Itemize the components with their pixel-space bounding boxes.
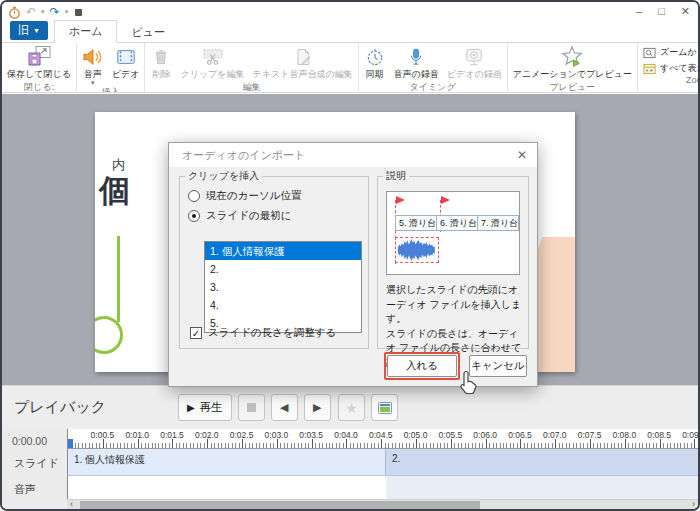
insert-ok-button[interactable]: 入れる (387, 355, 457, 377)
slide-track: 1. 個人情報保護 2. (67, 449, 698, 475)
timeline-ruler[interactable]: 0:00.5 0:01.0 0:01.5 0:02.0 0:02.5 0:03.… (67, 429, 698, 449)
zoom-slide-icon (643, 47, 656, 59)
playback-bar: プレイバック ▶ 再生 ◀ ▶ ★ (2, 385, 698, 429)
star-preview-icon (559, 45, 585, 68)
horizontal-scrollbar[interactable]: ‹ › (67, 499, 698, 509)
audio-track-segment[interactable] (386, 476, 698, 499)
sync-button[interactable]: 同期 (360, 43, 390, 81)
close-button[interactable]: ✕ (681, 4, 690, 18)
insert-video-button[interactable]: ビデオ (108, 43, 144, 81)
app-logo-icon (8, 6, 21, 19)
step-back-button[interactable]: ◀ (271, 394, 298, 421)
ribbon: 保存して閉じる 閉じる: 音声 ▼ ビデオ (2, 43, 698, 93)
redo-dropdown-icon[interactable]: ▾ (65, 8, 69, 16)
show-all-button[interactable]: すべて表示 (643, 62, 698, 75)
flag-icon (441, 196, 450, 204)
playback-title: プレイバック (14, 398, 106, 417)
ribbon-group-edit: 削除 クリップを編集 テキスト音声合成の編集 編集 (145, 43, 358, 92)
film-icon (115, 45, 137, 68)
save-close-icon (26, 45, 52, 68)
slide-track-cell[interactable]: 2. (386, 449, 698, 475)
mini-slide-cell: 5. 滑り台 (395, 215, 437, 231)
flag-icon (396, 196, 405, 204)
ribbon-group-label: タイミング (360, 81, 506, 93)
playhead-marker[interactable] (68, 439, 73, 448)
app-window: ↶ ▾ ↷ ▾ – □ ✕ 旧▼ ホーム ビュー 保存して閉じ (0, 0, 700, 511)
delete-button: 削除 (146, 43, 176, 81)
tab-view[interactable]: ビュー (117, 22, 179, 43)
microphone-icon (406, 45, 426, 68)
scroll-right-icon[interactable]: › (692, 499, 695, 509)
timeline-gutter: 0:00.00 スライド 音声 (2, 429, 67, 509)
ribbon-group-preview: アニメーションでプレビュー プレビュー (508, 43, 638, 92)
clip-scissors-icon (201, 45, 225, 68)
dialog-title: オーディオのインポート (182, 148, 517, 163)
quick-access-more-icon[interactable] (75, 9, 82, 16)
save-and-close-button[interactable]: 保存して閉じる (3, 43, 75, 81)
zoom-to-slide-button[interactable]: ズームからスライドへ (643, 46, 698, 59)
radio-selected-icon[interactable] (188, 210, 200, 222)
play-button[interactable]: ▶ 再生 (178, 394, 232, 421)
waveform-thumbnail (395, 237, 439, 263)
insert-clip-group: クリップを挿入 現在のカーソル位置 スライドの最初に 1. 個人情報保護 2. … (179, 169, 369, 349)
screen-view-button[interactable] (371, 394, 398, 421)
undo-dropdown-icon[interactable]: ▾ (41, 8, 45, 16)
audio-import-dialog: オーディオのインポート ✕ クリップを挿入 現在のカーソル位置 スライドの最初に… (168, 142, 538, 387)
maximize-button[interactable]: □ (658, 4, 665, 18)
insert-clip-legend: クリップを挿入 (185, 169, 262, 183)
audio-track (67, 475, 698, 499)
stop-button (238, 394, 265, 421)
ribbon-group-timing: 同期 音声の録音 ビデオの録画 タイミング (359, 43, 508, 92)
ribbon-group-zoom: ズームからスライドへ すべて表示 Zoom (638, 43, 698, 92)
checkbox-checked-icon[interactable]: ✓ (190, 327, 202, 339)
minimize-button[interactable]: – (636, 4, 642, 18)
monitor-icon (377, 401, 393, 415)
tab-home[interactable]: ホーム (54, 20, 118, 43)
audio-track-segment[interactable] (68, 476, 386, 499)
dialog-title-bar: オーディオのインポート ✕ (169, 143, 537, 167)
list-item[interactable]: 1. 個人情報保護 (205, 242, 361, 260)
radio-current-cursor[interactable]: 現在のカーソル位置 (188, 189, 368, 203)
edit-clip-button: クリップを編集 (176, 43, 248, 81)
undo-icon[interactable]: ↶ (26, 6, 36, 18)
insert-audio-button[interactable]: 音声 ▼ (78, 43, 108, 86)
radio-icon[interactable] (188, 190, 200, 202)
slide-track-label: スライド (14, 456, 59, 471)
play-icon: ▶ (187, 402, 195, 413)
forward-icon: ▶ (313, 401, 321, 414)
ribbon-group-label: 挿入 (78, 86, 144, 93)
preview-animation-button[interactable]: アニメーションでプレビュー (509, 43, 636, 81)
dialog-close-icon[interactable]: ✕ (517, 148, 527, 162)
ribbon-group-label: 編集 (146, 81, 356, 93)
list-item[interactable]: 4. (205, 296, 361, 314)
slide-track-cell[interactable]: 1. 個人情報保護 (68, 449, 386, 475)
radio-slide-start[interactable]: スライドの最初に (188, 209, 368, 223)
mini-slide-cell: 7. 滑り台 (477, 215, 519, 231)
list-item[interactable]: 3. (205, 278, 361, 296)
step-forward-button[interactable]: ▶ (304, 394, 331, 421)
show-all-icon (643, 63, 656, 75)
slide-text-large: 個 (99, 170, 130, 212)
adjust-slide-length-checkbox[interactable]: ✓ スライドの長さを調整する (190, 326, 336, 340)
mini-slide-cell: 6. 滑り台 (436, 215, 478, 231)
scrollbar-thumb[interactable] (80, 501, 480, 509)
webcam-icon (463, 45, 485, 68)
ribbon-group-insert: 音声 ▼ ビデオ 挿入 (77, 43, 146, 92)
insert-illustration: 5. 滑り台 6. 滑り台 7. 滑り台 (386, 191, 520, 275)
slide-listbox[interactable]: 1. 個人情報保護 2. 3. 4. 5. (204, 241, 362, 333)
description-group: 説明 5. 滑り台 6. 滑り台 7. 滑り台 (377, 169, 529, 349)
annotation-highlight: 入れる (384, 352, 460, 380)
slide-green-line (117, 236, 120, 322)
ribbon-group-label: 閉じる: (3, 81, 75, 93)
list-item[interactable]: 2. (205, 260, 361, 278)
star-toggle-button: ★ (338, 394, 365, 421)
redo-icon[interactable]: ↷ (50, 6, 60, 18)
ribbon-group-label: Zoom (639, 75, 698, 87)
ruler-major-ticks (68, 439, 698, 448)
scroll-left-icon[interactable]: ‹ (70, 499, 73, 509)
record-audio-button[interactable]: 音声の録音 (390, 43, 443, 81)
title-bar: ↶ ▾ ↷ ▾ – □ ✕ (2, 2, 698, 22)
record-video-button: ビデオの録画 (443, 43, 506, 81)
app-menu-button[interactable]: 旧▼ (10, 21, 48, 40)
ribbon-tab-row: 旧▼ ホーム ビュー (2, 22, 698, 43)
